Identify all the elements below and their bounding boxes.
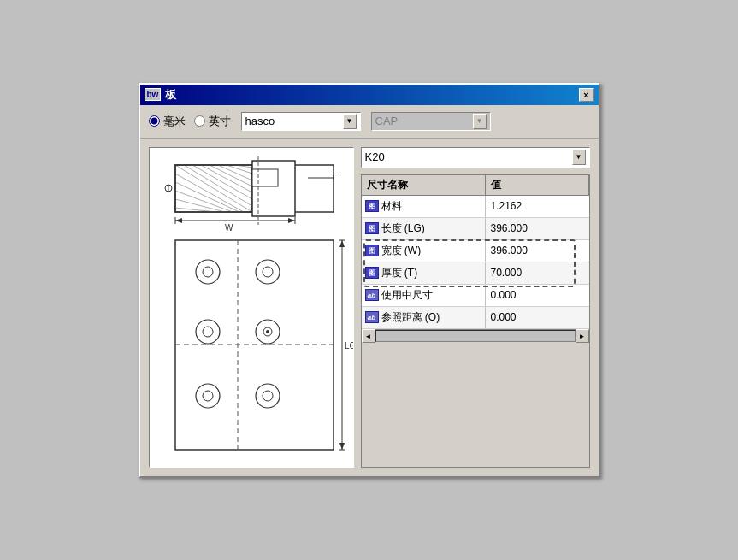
col-name-header: 尺寸名称: [362, 175, 486, 195]
main-dialog: bw 板 × 毫米 英寸 hasco ▼ CAP ▼: [139, 83, 600, 478]
svg-point-35: [203, 327, 213, 337]
cell-label-0: 材料: [381, 199, 402, 214]
bw-icon: bw: [145, 88, 162, 101]
svg-marker-49: [339, 443, 345, 450]
title-bar-text: bw 板: [145, 87, 177, 103]
svg-text:T: T: [331, 173, 336, 182]
cell-icon-4: ab: [365, 289, 379, 301]
cell-value-1: 396.000: [486, 218, 589, 239]
right-panel: K20 ▼ 尺寸名称 值 图 材料 1.2162 图 长度 (LG): [361, 147, 590, 468]
svg-marker-48: [339, 240, 345, 247]
toolbar: 毫米 英寸 hasco ▼ CAP ▼: [140, 105, 599, 139]
radio-inch-label: 英寸: [209, 114, 231, 129]
table-row[interactable]: 图 厚度 (T) 70.000: [362, 262, 589, 285]
cell-name-4: ab 使用中尺寸: [362, 285, 486, 306]
cell-icon-1: 图: [365, 222, 379, 234]
cell-value-4: 0.000: [486, 285, 589, 306]
diagram-svg: T W: [150, 148, 354, 464]
horizontal-scrollbar[interactable]: ◄ ►: [362, 329, 589, 343]
cell-label-2: 宽度 (W): [381, 244, 422, 258]
k20-dropdown[interactable]: K20 ▼: [361, 147, 590, 168]
svg-point-40: [203, 391, 213, 401]
table-body: 图 材料 1.2162 图 长度 (LG) 396.000 图 宽度 (W) 3…: [362, 196, 589, 329]
radio-mm-label: 毫米: [163, 114, 186, 129]
vendor-dropdown-arrow[interactable]: ▼: [343, 114, 357, 129]
svg-point-33: [263, 267, 273, 277]
cell-name-0: 图 材料: [362, 196, 486, 217]
cell-name-3: 图 厚度 (T): [362, 262, 486, 284]
cell-value-3: 70.000: [486, 262, 589, 284]
cell-name-2: 图 宽度 (W): [362, 240, 486, 262]
unit-radio-group: 毫米 英寸: [149, 114, 231, 129]
cap-dropdown: CAP ▼: [371, 112, 491, 131]
k20-dropdown-arrow[interactable]: ▼: [572, 150, 586, 165]
scroll-track[interactable]: [375, 330, 576, 342]
diagram-area: T W: [149, 147, 354, 468]
cap-dropdown-value: CAP: [375, 115, 399, 127]
table-row[interactable]: 图 材料 1.2162: [362, 196, 589, 218]
scroll-right-button[interactable]: ►: [576, 329, 589, 343]
svg-text:W: W: [225, 223, 233, 233]
properties-table: 尺寸名称 值 图 材料 1.2162 图 长度 (LG) 396.000 图 宽…: [361, 174, 590, 468]
radio-mm[interactable]: 毫米: [149, 114, 186, 129]
cell-icon-5: ab: [365, 311, 379, 323]
cell-icon-0: 图: [365, 200, 379, 212]
vendor-dropdown-value: hasco: [245, 115, 275, 127]
cell-label-1: 长度 (LG): [381, 221, 425, 236]
cell-icon-3: 图: [365, 267, 379, 279]
cell-label-5: 参照距离 (O): [381, 310, 440, 325]
cell-value-5: 0.000: [486, 307, 589, 328]
k20-value: K20: [365, 150, 385, 163]
svg-text:LG: LG: [345, 341, 354, 351]
cap-dropdown-arrow: ▼: [473, 114, 487, 129]
table-row[interactable]: ab 使用中尺寸 0.000: [362, 285, 589, 307]
cell-label-4: 使用中尺寸: [381, 288, 433, 303]
svg-marker-28: [288, 218, 295, 223]
svg-point-31: [203, 267, 213, 277]
cell-value-2: 396.000: [486, 240, 589, 262]
main-content: T W: [140, 139, 599, 476]
table-row[interactable]: ab 参照距离 (O) 0.000: [362, 307, 589, 329]
radio-mm-input[interactable]: [149, 115, 160, 127]
table-row[interactable]: 图 长度 (LG) 396.000: [362, 218, 589, 240]
svg-point-38: [266, 330, 269, 333]
cell-value-0: 1.2162: [486, 196, 589, 217]
cell-label-3: 厚度 (T): [381, 266, 418, 280]
window-title: 板: [165, 87, 176, 103]
table-row[interactable]: 图 宽度 (W) 396.000: [362, 240, 589, 262]
table-header: 尺寸名称 值: [362, 175, 589, 196]
svg-rect-17: [252, 169, 278, 186]
scroll-left-button[interactable]: ◄: [362, 329, 375, 343]
cell-icon-2: 图: [365, 245, 379, 256]
svg-marker-27: [175, 218, 182, 223]
title-bar: bw 板 ×: [140, 85, 599, 105]
radio-inch[interactable]: 英寸: [194, 114, 231, 129]
close-button[interactable]: ×: [579, 88, 594, 102]
cell-name-5: ab 参照距离 (O): [362, 307, 486, 328]
col-value-header: 值: [486, 175, 589, 195]
radio-inch-input[interactable]: [194, 115, 205, 127]
cell-name-1: 图 长度 (LG): [362, 218, 486, 239]
vendor-dropdown[interactable]: hasco ▼: [241, 112, 361, 131]
svg-point-42: [263, 391, 273, 401]
